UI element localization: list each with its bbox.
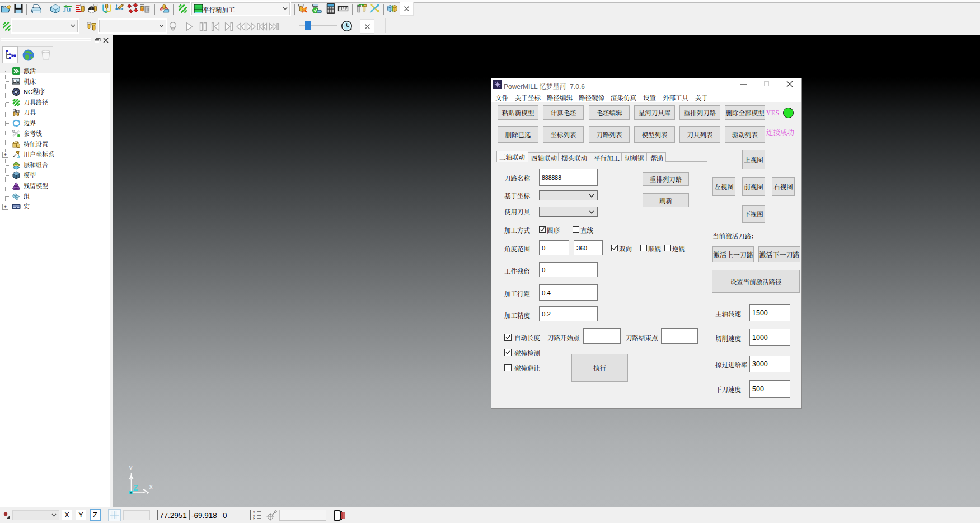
svg-text:X: X — [149, 484, 153, 491]
svg-text:Z: Z — [133, 483, 138, 492]
svg-text:z: z — [253, 517, 255, 520]
svg-text:Y: Y — [129, 465, 133, 471]
